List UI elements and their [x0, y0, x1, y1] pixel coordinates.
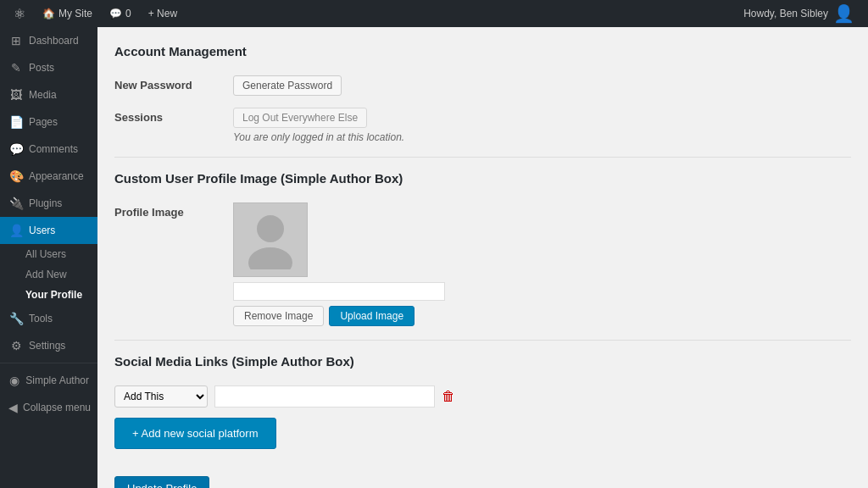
divider-2 — [114, 340, 851, 341]
profile-image-label: Profile Image — [114, 202, 233, 219]
submenu-all-users[interactable]: All Users — [0, 244, 97, 264]
account-management-title: Account Management — [114, 44, 851, 62]
howdy-label: Howdy, Ben Sibley — [743, 8, 828, 19]
divider-1 — [114, 157, 851, 158]
delete-social-icon[interactable]: 🗑 — [442, 389, 455, 404]
sidebar-item-users[interactable]: 👤 Users — [0, 217, 97, 244]
submenu-your-profile[interactable]: Your Profile — [0, 285, 97, 305]
plugins-icon: 🔌 — [8, 197, 24, 210]
site-home-icon: 🏠 — [42, 8, 55, 19]
new-content-button[interactable]: + New — [142, 0, 184, 27]
remove-image-button[interactable]: Remove Image — [233, 306, 324, 326]
submenu-add-new[interactable]: Add New — [0, 264, 97, 285]
update-profile-wrapper: Update Profile — [114, 476, 851, 488]
sidebar-label-posts: Posts — [29, 62, 54, 74]
sidebar-item-comments[interactable]: 💬 Comments — [0, 136, 97, 163]
sidebar-item-settings[interactable]: ⚙ Settings — [0, 332, 97, 359]
add-platform-wrapper: + Add new social platform — [114, 418, 851, 463]
site-name-label: My Site — [58, 8, 92, 19]
social-platform-select[interactable]: Add This Facebook Twitter Instagram Link… — [114, 385, 208, 408]
sidebar-item-posts[interactable]: ✎ Posts — [0, 54, 97, 81]
new-label: + New — [148, 8, 177, 19]
social-media-row: Add This Facebook Twitter Instagram Link… — [114, 385, 851, 408]
social-url-input[interactable] — [214, 385, 435, 408]
sessions-label: Sessions — [114, 108, 233, 124]
custom-profile-title: Custom User Profile Image (Simple Author… — [114, 171, 851, 189]
sidebar-item-tools[interactable]: 🔧 Tools — [0, 305, 97, 332]
media-icon: 🖼 — [8, 88, 24, 102]
posts-icon: ✎ — [8, 61, 24, 75]
tools-icon: 🔧 — [8, 312, 24, 325]
sidebar-label-simple-author: Simple Author — [25, 374, 89, 386]
howdy-text[interactable]: Howdy, Ben Sibley 👤 — [737, 3, 861, 24]
sidebar-label-tools: Tools — [29, 313, 53, 324]
sidebar-label-pages: Pages — [29, 116, 58, 128]
add-platform-button[interactable]: + Add new social platform — [114, 418, 276, 449]
sidebar-item-appearance[interactable]: 🎨 Appearance — [0, 163, 97, 190]
comments-count: 0 — [125, 8, 131, 19]
person-svg-icon — [245, 210, 296, 269]
sidebar-item-dashboard[interactable]: ⊞ Dashboard — [0, 27, 97, 54]
content-area: Account Management New Password Generate… — [97, 27, 868, 488]
comments-nav-icon: 💬 — [8, 142, 24, 156]
wp-logo-button[interactable]: ⚛ — [7, 0, 32, 27]
sessions-note: You are only logged in at this location. — [233, 131, 851, 143]
sidebar-label-appearance: Appearance — [29, 170, 84, 182]
sidebar-item-pages[interactable]: 📄 Pages — [0, 108, 97, 136]
sessions-content: Log Out Everywhere Else You are only log… — [233, 108, 851, 143]
sidebar-item-simple-author[interactable]: ◉ Simple Author — [0, 367, 97, 394]
users-icon: 👤 — [8, 224, 24, 237]
svg-point-1 — [248, 247, 292, 269]
comments-icon: 💬 — [109, 8, 122, 19]
site-name-button[interactable]: 🏠 My Site — [36, 0, 99, 27]
sessions-row: Sessions Log Out Everywhere Else You are… — [114, 108, 851, 143]
content-main: Account Management New Password Generate… — [97, 27, 868, 488]
profile-image-preview — [233, 202, 308, 277]
sidebar-label-users: Users — [29, 225, 55, 236]
profile-image-row: Profile Image Remove Image Upload Image — [114, 202, 851, 326]
pages-icon: 📄 — [8, 115, 24, 129]
new-password-row: New Password Generate Password — [114, 75, 851, 96]
collapse-menu-icon: ◀ — [8, 401, 18, 414]
simple-author-icon: ◉ — [8, 374, 20, 387]
sidebar-label-plugins: Plugins — [29, 197, 62, 209]
new-password-content: Generate Password — [233, 75, 851, 96]
sidebar: ⊞ Dashboard ✎ Posts 🖼 Media 📄 Pages 💬 Co… — [0, 27, 97, 488]
user-avatar-icon: 👤 — [833, 3, 854, 24]
profile-image-content: Remove Image Upload Image — [233, 202, 851, 326]
image-buttons: Remove Image Upload Image — [233, 306, 851, 326]
new-password-label: New Password — [114, 75, 233, 92]
admin-bar: ⚛ 🏠 My Site 💬 0 + New Howdy, Ben Sibley … — [0, 0, 868, 27]
update-profile-button[interactable]: Update Profile — [114, 476, 209, 488]
wp-logo-icon: ⚛ — [14, 6, 25, 22]
logout-everywhere-button[interactable]: Log Out Everywhere Else — [233, 108, 367, 128]
sidebar-label-settings: Settings — [29, 340, 65, 352]
generate-password-button[interactable]: Generate Password — [233, 75, 342, 96]
sidebar-label-media: Media — [29, 89, 57, 101]
sidebar-item-media[interactable]: 🖼 Media — [0, 81, 97, 108]
sidebar-label-comments: Comments — [29, 143, 78, 155]
appearance-icon: 🎨 — [8, 169, 24, 183]
social-media-title: Social Media Links (Simple Author Box) — [114, 354, 851, 372]
users-submenu: All Users Add New Your Profile — [0, 244, 97, 305]
upload-image-button[interactable]: Upload Image — [329, 306, 415, 326]
sidebar-item-collapse-menu[interactable]: ◀ Collapse menu — [0, 394, 97, 421]
settings-icon: ⚙ — [8, 339, 24, 352]
sidebar-item-plugins[interactable]: 🔌 Plugins — [0, 190, 97, 217]
sidebar-label-collapse: Collapse menu — [23, 402, 91, 413]
dashboard-icon: ⊞ — [8, 34, 24, 47]
image-url-input[interactable] — [233, 282, 445, 301]
sidebar-label-dashboard: Dashboard — [29, 35, 79, 47]
comments-button[interactable]: 💬 0 — [103, 0, 138, 27]
svg-point-0 — [257, 215, 284, 242]
